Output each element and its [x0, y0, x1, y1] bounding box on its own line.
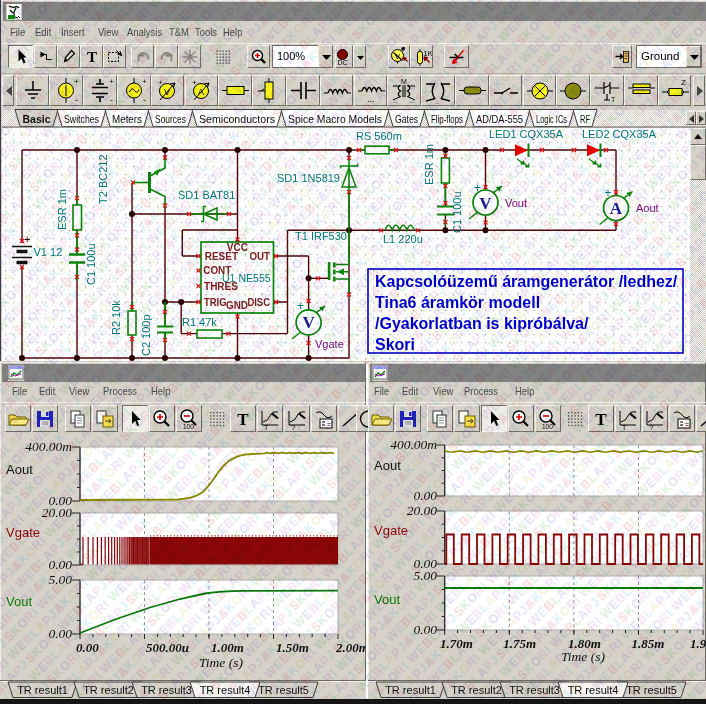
svg-text:OUT: OUT — [249, 251, 270, 262]
svg-text:Vout: Vout — [505, 197, 527, 209]
svg-text:TR result3: TR result3 — [141, 684, 192, 696]
svg-text:=: = — [685, 421, 689, 428]
svg-text:+: + — [474, 181, 481, 195]
svg-text:Basic: Basic — [23, 113, 51, 125]
svg-text:T: T — [86, 48, 96, 64]
svg-text:Time (s): Time (s) — [561, 649, 605, 664]
svg-text:+: + — [109, 77, 114, 86]
svg-text:Tina6 áramkör modell: Tina6 áramkör modell — [375, 294, 540, 311]
svg-text:Aout: Aout — [636, 202, 659, 214]
svg-text:Aout: Aout — [374, 458, 401, 473]
svg-text:RF: RF — [580, 113, 590, 125]
svg-text:SD1 BAT81: SD1 BAT81 — [178, 189, 235, 201]
svg-text:V: V — [479, 194, 492, 213]
svg-text:AD/DA-555: AD/DA-555 — [476, 113, 523, 125]
svg-text:+: + — [605, 186, 612, 200]
svg-text:..: .. — [435, 98, 439, 105]
svg-text:Vgate: Vgate — [374, 523, 408, 538]
svg-text:Vgate: Vgate — [315, 338, 344, 350]
svg-text:..: .. — [409, 97, 413, 104]
svg-text:=: = — [327, 421, 331, 428]
svg-text:-: - — [110, 95, 113, 105]
svg-text:Z: Z — [681, 78, 686, 87]
svg-text:Skori: Skori — [375, 336, 415, 353]
svg-text:T: T — [622, 424, 627, 431]
svg-text:100: 100 — [183, 423, 194, 430]
svg-text:0.00: 0.00 — [413, 488, 437, 503]
svg-text:T: T — [611, 96, 616, 103]
svg-text:-: - — [143, 95, 146, 105]
svg-text:+: + — [192, 78, 197, 87]
svg-text:A: A — [610, 199, 623, 218]
svg-text:LED2 CQX35A: LED2 CQX35A — [582, 128, 657, 140]
svg-text:..: .. — [393, 97, 397, 104]
svg-text:?: ? — [649, 423, 654, 431]
svg-text:C1 100u: C1 100u — [85, 243, 97, 285]
svg-text:TRIG: TRIG — [204, 297, 227, 308]
svg-text:Kapcsolóüzemű áramgenerátor /l: Kapcsolóüzemű áramgenerátor /ledhez/ — [375, 273, 678, 290]
svg-text:V1 12: V1 12 — [34, 246, 63, 258]
svg-text:500.00u: 500.00u — [146, 640, 189, 655]
svg-text:T: T — [264, 424, 269, 431]
svg-text:T2 BC212: T2 BC212 — [97, 154, 109, 204]
svg-text:LED1 CQX35A: LED1 CQX35A — [489, 128, 564, 140]
svg-text:20.00: 20.00 — [407, 503, 438, 518]
svg-text:Spice Macro Models: Spice Macro Models — [288, 113, 382, 125]
svg-text:?: ? — [291, 423, 296, 431]
svg-text:1.9: 1.9 — [690, 636, 706, 651]
svg-text:TR result5: TR result5 — [626, 684, 677, 696]
svg-text:Semiconductors: Semiconductors — [199, 113, 275, 125]
svg-text:2.00m: 2.00m — [335, 640, 366, 655]
svg-text:400.00m: 400.00m — [390, 437, 437, 452]
svg-text:U1 NE555: U1 NE555 — [222, 272, 271, 284]
svg-text:T: T — [237, 410, 249, 429]
svg-text:0.00: 0.00 — [48, 626, 72, 641]
svg-text:Vgate: Vgate — [6, 525, 40, 540]
svg-text:100: 100 — [542, 423, 553, 430]
svg-text:Meters: Meters — [112, 113, 142, 125]
svg-text:Sources: Sources — [155, 113, 186, 125]
svg-text:V: V — [302, 313, 315, 332]
svg-text:TR result1: TR result1 — [385, 684, 436, 696]
svg-text:Logic ICs: Logic ICs — [536, 113, 567, 125]
svg-text:+: + — [142, 77, 147, 86]
svg-text:ESR 1m: ESR 1m — [423, 144, 435, 185]
svg-text:RS 560m: RS 560m — [356, 130, 402, 142]
svg-text:0.00: 0.00 — [413, 622, 437, 637]
svg-text:+: + — [297, 299, 304, 313]
svg-text:Gates: Gates — [395, 113, 418, 125]
svg-text:+: + — [158, 78, 163, 87]
svg-text:RESET: RESET — [205, 251, 238, 262]
svg-text:0.00: 0.00 — [48, 557, 72, 572]
svg-text:DISC: DISC — [247, 297, 270, 308]
svg-text:TR result4: TR result4 — [200, 684, 251, 696]
svg-text:400.00m: 400.00m — [25, 439, 72, 454]
svg-text:TR result2: TR result2 — [83, 684, 134, 696]
svg-text:0.00: 0.00 — [76, 640, 99, 655]
svg-text:TR result5: TR result5 — [258, 684, 309, 696]
svg-text:20.00: 20.00 — [42, 505, 73, 520]
svg-text:1K: 1K — [423, 48, 432, 57]
svg-text:1.70m: 1.70m — [440, 636, 473, 651]
svg-text:Flip-flops: Flip-flops — [431, 113, 463, 125]
svg-text:C1 100u: C1 100u — [451, 191, 463, 233]
svg-text:5.00: 5.00 — [413, 568, 437, 583]
svg-text:L1 220u: L1 220u — [383, 233, 423, 245]
svg-text:Vout: Vout — [6, 594, 32, 609]
svg-text:SD1 1N5819: SD1 1N5819 — [277, 172, 340, 184]
svg-text:TR result1: TR result1 — [17, 684, 68, 696]
svg-text:Switches: Switches — [64, 113, 99, 125]
svg-text:ESR 1m: ESR 1m — [56, 189, 68, 230]
svg-text:M: M — [401, 78, 407, 85]
svg-text:T1 IRF530: T1 IRF530 — [295, 230, 347, 242]
svg-text:5.00: 5.00 — [48, 572, 72, 587]
svg-text:GND: GND — [226, 300, 248, 311]
svg-text:1.00m: 1.00m — [211, 640, 244, 655]
svg-text:...: ... — [367, 94, 375, 104]
svg-text:1.75m: 1.75m — [503, 636, 536, 651]
svg-text:TR result2: TR result2 — [451, 684, 502, 696]
svg-text:+: + — [24, 233, 30, 245]
svg-text:Time (s): Time (s) — [199, 655, 243, 670]
svg-text:TR result3: TR result3 — [509, 684, 560, 696]
svg-text:TR result4: TR result4 — [568, 684, 619, 696]
